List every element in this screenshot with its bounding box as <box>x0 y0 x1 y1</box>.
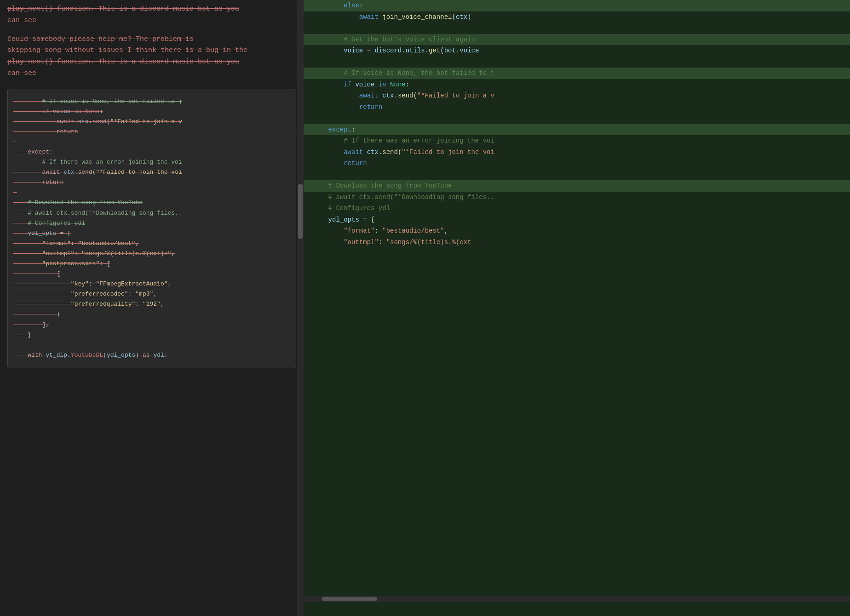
left-code-line-19: "key": "FFmpegExtractAudio", <box>13 279 290 289</box>
right-code-line-18: # await ctx.send("*Downloading song file… <box>304 192 850 203</box>
paragraph-text-block: Could somebody please help me? The probl… <box>0 30 304 83</box>
left-code-line-2: if voice is None: <box>13 107 290 117</box>
left-code-line-26: with yt_dlp.YoutubeDL(ydl_opts) as ydl: <box>13 350 290 360</box>
left-code-line-12: # await ctx.send("*Downloading song file… <box>13 208 290 218</box>
left-code-line-4: return <box>13 127 290 137</box>
left-code-line-15: "format": "bestaudio/best", <box>13 239 290 249</box>
left-panel: play_next() function. This is a discord … <box>0 0 304 616</box>
right-code-line-10: return <box>304 102 850 113</box>
para-strike: Could somebody please help me? The probl… <box>7 34 296 80</box>
left-code-line-8: await ctx.send("*Failed to join the voi <box>13 167 290 177</box>
intro-strike-line1: play_next() function. This is a discord … <box>7 4 296 15</box>
right-code-line-20: ydl_opts = { <box>304 214 850 226</box>
code-block-left[interactable]: # If voice is None, the bot failed to j … <box>7 89 296 368</box>
left-code-line-9: return <box>13 177 290 188</box>
right-panel: else: await join_voice_channel(ctx) # Ge… <box>304 0 850 616</box>
right-code-line-6 <box>304 57 850 68</box>
left-code-line-25 <box>13 340 290 350</box>
left-code-line-3: await ctx.send("*Failed to join a v <box>13 117 290 127</box>
left-code-line-16: "outtmpl": "songs/%(title)s.%(ext)s", <box>13 249 290 259</box>
right-code-line-9: await ctx.send("*Failed to join a v <box>304 90 850 102</box>
right-code-line-17: # Download the song from YouTube <box>304 180 850 192</box>
left-scrollbar[interactable] <box>297 0 304 616</box>
left-code-line-21: "preferredquality": "192", <box>13 299 290 309</box>
left-code-line-13: # Configures ydl <box>13 218 290 228</box>
left-code-line-18: { <box>13 269 290 279</box>
right-code-area[interactable]: else: await join_voice_channel(ctx) # Ge… <box>304 0 850 248</box>
right-code-line-7: # If voice is None, the bot failed to j <box>304 68 850 79</box>
intro-text-block-1: play_next() function. This is a discord … <box>0 0 304 30</box>
left-code-line-1: # If voice is None, the bot failed to j <box>13 97 290 107</box>
left-scrollbar-thumb[interactable] <box>298 184 303 239</box>
left-code-line-24: } <box>13 330 290 340</box>
right-code-line-19: # Configures ydl <box>304 203 850 214</box>
right-code-line-12: except: <box>304 124 850 136</box>
left-code-line-22: } <box>13 309 290 319</box>
left-code-line-11: # Download the song from YouTube <box>13 198 290 208</box>
right-code-line-15: return <box>304 158 850 169</box>
right-scrollbar-thumb[interactable] <box>322 597 377 601</box>
right-code-line-22: "outtmpl": "songs/%(title)s.%(ext <box>304 237 850 248</box>
left-code-line-5 <box>13 137 290 147</box>
right-code-line-13: # If there was an error joining the voi <box>304 135 850 147</box>
right-code-line-2: await join_voice_channel(ctx) <box>304 11 850 23</box>
left-code-line-17: "postprocessors": [ <box>13 259 290 269</box>
left-code-line-14: ydl_opts = { <box>13 228 290 239</box>
left-code-line-7: # If there was an error joining the voi <box>13 157 290 167</box>
right-code-line-14: await ctx.send("*Failed to join the voi <box>304 147 850 158</box>
right-code-line-5: voice = discord.utils.get(bot.voice <box>304 45 850 57</box>
left-code-line-6: except: <box>13 147 290 157</box>
intro-strike-line2: can see <box>7 15 296 27</box>
right-code-line-4: # Get the bot's voice client again <box>304 34 850 46</box>
left-code-line-10 <box>13 188 290 198</box>
right-code-line-11 <box>304 113 850 124</box>
left-code-line-20: "preferredcodec": "mp3", <box>13 289 290 299</box>
left-code-line-23: ], <box>13 320 290 330</box>
right-code-line-8: if voice is None: <box>304 79 850 91</box>
right-code-line-21: "format": "bestaudio/best", <box>304 225 850 237</box>
right-scrollbar-horizontal[interactable] <box>304 596 850 602</box>
right-code-line-16 <box>304 169 850 181</box>
right-code-line-3 <box>304 23 850 34</box>
right-code-line-1: else: <box>304 0 850 11</box>
